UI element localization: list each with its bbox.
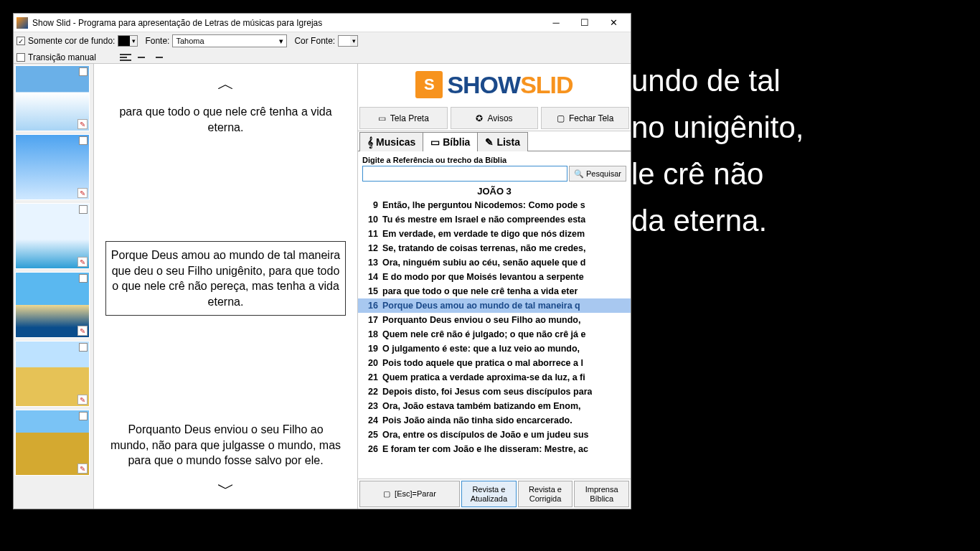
verse-row[interactable]: 22Depois disto, foi Jesus com seus discí… [358,385,631,399]
verse-row[interactable]: 13Ora, ninguém subiu ao céu, senão aquel… [358,255,631,270]
verse-row[interactable]: 12Se, tratando de coisas terrenas, não m… [358,241,631,255]
verse-text: Ora, João estava também batizando em Eno… [382,401,580,411]
verse-text: Pois todo aquele que pratica o mal aborr… [382,358,583,368]
verse-number: 24 [361,415,378,425]
verse-number: 14 [361,272,378,282]
verse-number: 16 [361,301,378,311]
background-thumbnails[interactable]: ✎ ✎ ✎ ✎ ✎ ✎ [14,64,94,509]
verse-row[interactable]: 25Ora, entre os discípulos de João e um … [358,428,631,442]
verse-row[interactable]: 24Pois João ainda não tinha sido encarce… [358,413,631,428]
align-center-button[interactable] [135,52,148,63]
projector-icon: ▢ [383,489,390,499]
tabs: 𝄞Musicas ▭Bíblia ✎Lista [358,131,631,151]
verse-number: 20 [361,358,378,368]
next-slide-preview[interactable]: Porquanto Deus enviou o seu Filho ao mun… [105,416,346,474]
titlebar[interactable]: Show Slid - Programa para apresentação d… [14,14,631,32]
verse-row[interactable]: 14E do modo por que Moisés levantou a se… [358,270,631,284]
verse-text: Tu és mestre em Israel e não compreendes… [382,215,585,225]
tab-list[interactable]: ✎Lista [477,132,528,151]
manual-transition-checkbox[interactable] [17,53,25,62]
only-bg-checkbox[interactable] [17,37,25,45]
version-revista-atualizada[interactable]: Revista e Atualizada [461,481,517,507]
verse-text: para que todo o que nele crê tenha a vid… [382,286,578,296]
verse-text: Quem pratica a verdade aproxima-se da lu… [382,372,585,382]
close-screen-button[interactable]: ▢Fechar Tela [541,107,629,129]
verse-number: 18 [361,329,378,339]
align-right-button[interactable] [151,52,164,63]
version-revista-corrigida[interactable]: Revista e Corrigida [518,481,573,507]
verse-text: E do modo por que Moisés levantou a serp… [382,272,584,282]
search-button[interactable]: 🔍Pesquisar [569,166,626,182]
current-slide-preview[interactable]: Porque Deus amou ao mundo de tal maneira… [105,241,346,316]
verse-row[interactable]: 11Em verdade, em verdade te digo que nós… [358,227,631,241]
verse-row[interactable]: 18Quem nele crê não é julgado; o que não… [358,327,631,342]
verse-row[interactable]: 16Porque Deus amou ao mundo de tal manei… [358,298,631,313]
verse-text: Ora, entre os discípulos de João e um ju… [382,430,589,440]
verse-row[interactable]: 23Ora, João estava também batizando em E… [358,399,631,413]
notices-button[interactable]: ✪Avisos [451,107,539,129]
prev-slide-preview[interactable]: para que todo o que nele crê tenha a vid… [105,98,346,141]
logo: S SHOWSLID [358,64,631,105]
manual-transition-label: Transição manual [28,52,96,62]
music-icon: 𝄞 [367,136,373,149]
verse-number: 25 [361,430,378,440]
tab-music[interactable]: 𝄞Musicas [359,132,423,151]
verse-row[interactable]: 10Tu és mestre em Israel e não compreend… [358,212,631,227]
toolbar: Somente cor de fundo: ▾ Fonte: Tahoma▾ C… [14,32,631,64]
font-color-picker[interactable]: ▾ [338,35,358,47]
minimize-button[interactable]: ─ [542,14,570,32]
next-slide-button[interactable]: ﹀ [215,474,237,503]
app-icon [17,17,28,29]
verse-number: 15 [361,286,378,296]
search-input[interactable] [362,166,567,182]
verse-row[interactable]: 19O julgamento é este: que a luz veio ao… [358,342,631,356]
verse-number: 13 [361,258,378,268]
bg-thumb[interactable]: ✎ [15,134,90,200]
verse-number: 19 [361,344,378,354]
bg-thumb[interactable]: ✎ [15,410,90,476]
verse-number: 26 [361,444,378,454]
slide-preview-column: ︿ para que todo o que nele crê tenha a v… [94,64,358,509]
verse-text: Pois João ainda não tinha sido encarcera… [382,415,573,425]
verse-row[interactable]: 20Pois todo aquele que pratica o mal abo… [358,356,631,370]
verse-list[interactable]: 9Então, lhe perguntou Nicodemos: Como po… [358,198,631,479]
verse-row[interactable]: 15para que todo o que nele crê tenha a v… [358,284,631,298]
verse-text: Em verdade, em verdade te digo que nós d… [382,229,585,239]
verse-number: 22 [361,387,378,397]
bg-thumb[interactable]: ✎ [15,341,90,407]
verse-text: Ora, ninguém subiu ao céu, senão aquele … [382,258,585,268]
close-button[interactable]: ✕ [599,14,628,32]
maximize-button[interactable]: ☐ [570,14,599,32]
tab-bible[interactable]: ▭Bíblia [423,132,478,151]
font-select[interactable]: Tahoma▾ [172,34,287,47]
bg-thumb[interactable]: ✎ [15,272,90,338]
align-left-button[interactable] [119,52,132,63]
bg-thumb[interactable]: ✎ [15,203,90,269]
verse-number: 23 [361,401,378,411]
screen-icon: ▭ [378,113,386,123]
search-label: Digite a Referência ou trecho da Bíblia [362,156,626,164]
verse-row[interactable]: 21Quem pratica a verdade aproxima-se da … [358,370,631,385]
black-screen-button[interactable]: ▭Tela Preta [359,107,448,129]
projector-icon: ▢ [557,113,565,123]
app-window: Show Slid - Programa para apresentação d… [13,13,631,509]
bg-thumb[interactable]: ✎ [15,65,90,131]
verse-number: 9 [361,200,378,210]
verse-text: O julgamento é este: que a luz veio ao m… [382,344,580,354]
verse-text: Quem nele crê não é julgado; o que não c… [382,329,585,339]
verse-row[interactable]: 26E foram ter com João e lhe disseram: M… [358,442,631,456]
verse-row[interactable]: 17Porquanto Deus enviou o seu Filho ao m… [358,313,631,327]
font-color-label: Cor Fonte: [294,36,335,46]
chapter-title: JOÃO 3 [358,183,631,198]
bg-color-picker[interactable]: ▾ [118,35,138,47]
verse-row[interactable]: 9Então, lhe perguntou Nicodemos: Como po… [358,198,631,212]
verse-number: 17 [361,315,378,325]
prev-slide-button[interactable]: ︿ [215,70,237,98]
version-imprensa-biblica[interactable]: Imprensa Bíblica [574,481,629,507]
verse-number: 12 [361,243,378,253]
verse-text: E foram ter com João e lhe disseram: Mes… [382,444,588,454]
book-icon: ▭ [430,136,440,148]
stop-button[interactable]: ▢[Esc]=Parar [359,481,460,507]
right-panel: S SHOWSLID ▭Tela Preta ✪Avisos ▢Fechar T… [358,64,631,509]
edit-icon: ✎ [485,136,494,148]
